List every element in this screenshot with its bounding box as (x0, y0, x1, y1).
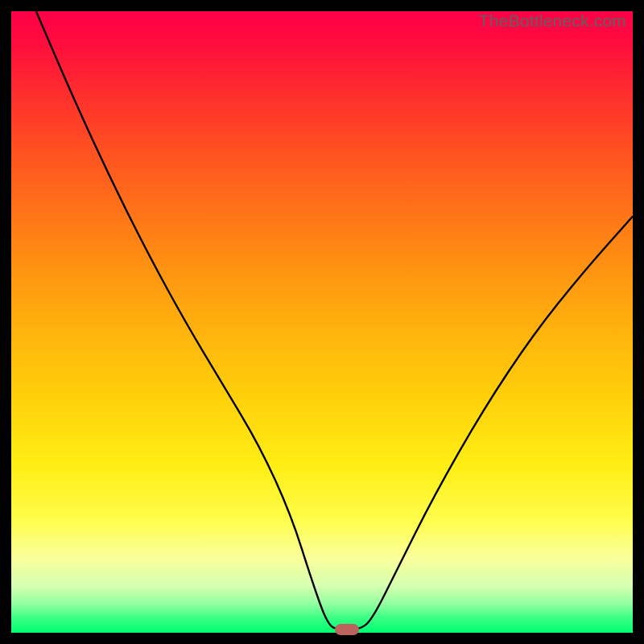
curve-svg (11, 11, 633, 633)
bottleneck-curve-path (36, 11, 633, 630)
chart-frame: TheBottleneck.com (0, 0, 644, 644)
minimum-marker (335, 624, 358, 635)
plot-area: TheBottleneck.com (11, 11, 633, 633)
